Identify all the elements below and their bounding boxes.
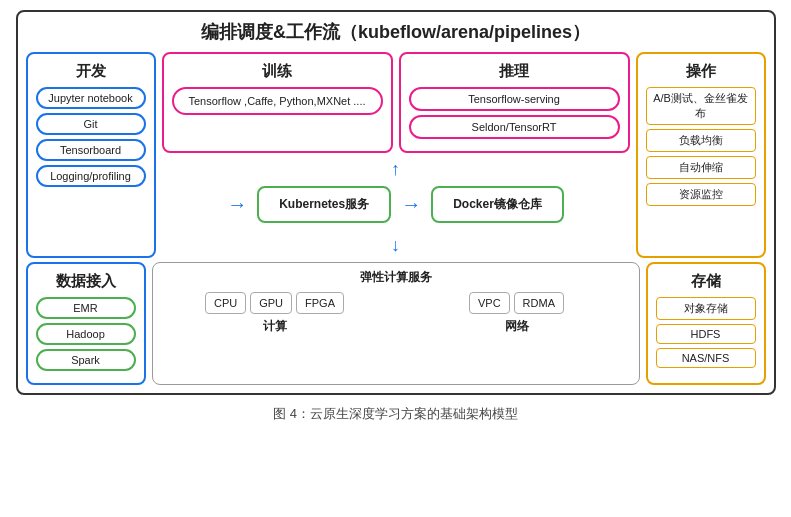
network-label: 网络 <box>401 318 633 335</box>
data-section: 数据接入 EMR Hadoop Spark <box>26 262 146 385</box>
train-title: 训练 <box>172 62 383 81</box>
infer-item-1: Seldon/TensorRT <box>409 115 620 139</box>
network-items: VPC RDMA <box>401 292 633 314</box>
arrow-down: ↓ <box>162 235 630 256</box>
arrow-left-kube: → <box>227 193 247 216</box>
dev-item-git: Git <box>36 113 146 135</box>
data-item-hadoop: Hadoop <box>36 323 136 345</box>
compute-item-gpu: GPU <box>250 292 292 314</box>
caption: 图 4：云原生深度学习方案的基础架构模型 <box>273 405 518 423</box>
center-block: 训练 Tensorflow ,Caffe, Python,MXNet .... … <box>162 52 630 258</box>
storage-item-0: 对象存储 <box>656 297 756 320</box>
ops-item-3: 资源监控 <box>646 183 756 206</box>
top-sections: 开发 Jupyter notebook Git Tensorboard Logg… <box>26 52 766 258</box>
main-container: 编排调度&工作流（kubeflow/arena/pipelines） 开发 Ju… <box>16 10 776 395</box>
arrow-kube-docker: → <box>401 193 421 216</box>
elastic-title: 弹性计算服务 <box>159 269 633 286</box>
elastic-inner: CPU GPU FPGA 计算 VPC RDMA 网络 <box>159 292 633 335</box>
train-infer-top: 训练 Tensorflow ,Caffe, Python,MXNet .... … <box>162 52 630 153</box>
main-title: 编排调度&工作流（kubeflow/arena/pipelines） <box>26 20 766 44</box>
dev-item-logging: Logging/profiling <box>36 165 146 187</box>
kube-box: Kubernetes服务 <box>257 186 391 223</box>
middle-row: → Kubernetes服务 → Docker镜像仓库 <box>162 186 630 223</box>
data-title: 数据接入 <box>36 272 136 291</box>
compute-group: CPU GPU FPGA 计算 <box>159 292 391 335</box>
storage-item-2: NAS/NFS <box>656 348 756 368</box>
ops-item-2: 自动伸缩 <box>646 156 756 179</box>
compute-items: CPU GPU FPGA <box>159 292 391 314</box>
compute-item-fpga: FPGA <box>296 292 344 314</box>
compute-label: 计算 <box>159 318 391 335</box>
compute-item-cpu: CPU <box>205 292 246 314</box>
infer-title: 推理 <box>409 62 620 81</box>
storage-title: 存储 <box>656 272 756 291</box>
infer-item-0: Tensorflow-serving <box>409 87 620 111</box>
ops-item-0: A/B测试、金丝雀发布 <box>646 87 756 125</box>
network-item-vpc: VPC <box>469 292 510 314</box>
dev-section: 开发 Jupyter notebook Git Tensorboard Logg… <box>26 52 156 258</box>
dev-item-jupyter: Jupyter notebook <box>36 87 146 109</box>
infer-section: 推理 Tensorflow-serving Seldon/TensorRT <box>399 52 630 153</box>
data-item-spark: Spark <box>36 349 136 371</box>
dev-title: 开发 <box>36 62 146 81</box>
network-item-rdma: RDMA <box>514 292 564 314</box>
dev-item-tensorboard: Tensorboard <box>36 139 146 161</box>
ops-title: 操作 <box>646 62 756 81</box>
docker-box: Docker镜像仓库 <box>431 186 564 223</box>
arrow-up: ↑ <box>162 159 630 180</box>
train-content: Tensorflow ,Caffe, Python,MXNet .... <box>172 87 383 115</box>
train-section: 训练 Tensorflow ,Caffe, Python,MXNet .... <box>162 52 393 153</box>
storage-section: 存储 对象存储 HDFS NAS/NFS <box>646 262 766 385</box>
ops-section: 操作 A/B测试、金丝雀发布 负载均衡 自动伸缩 资源监控 <box>636 52 766 258</box>
ops-item-1: 负载均衡 <box>646 129 756 152</box>
elastic-section: 弹性计算服务 CPU GPU FPGA 计算 VPC RDMA <box>152 262 640 385</box>
network-group: VPC RDMA 网络 <box>401 292 633 335</box>
bottom-row: 数据接入 EMR Hadoop Spark 弹性计算服务 CPU GPU FPG… <box>26 262 766 385</box>
data-item-emr: EMR <box>36 297 136 319</box>
storage-item-1: HDFS <box>656 324 756 344</box>
